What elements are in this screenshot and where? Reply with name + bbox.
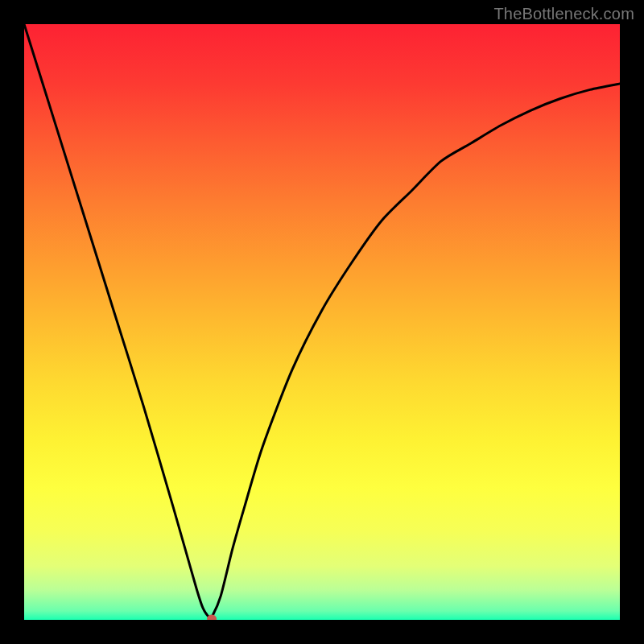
plot-area	[24, 24, 620, 620]
curve-layer	[24, 24, 620, 620]
bottleneck-curve-path	[24, 24, 620, 618]
chart-stage: TheBottleneck.com	[0, 0, 644, 644]
watermark-text: TheBottleneck.com	[493, 5, 634, 23]
